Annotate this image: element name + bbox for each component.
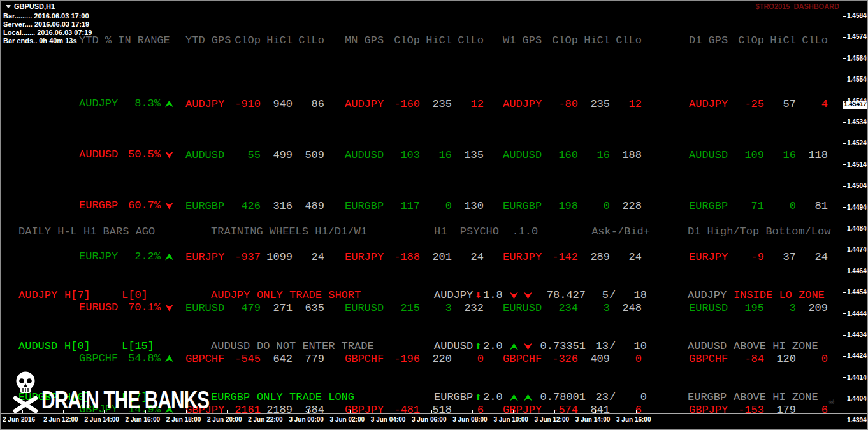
psycho-row: EURGBP 2.0 0.78001 23 / 0 <box>428 391 650 404</box>
hicl-value: 235 <box>420 98 452 111</box>
trade-advice: ONLY TRADE LONG <box>257 391 354 404</box>
pair-label: AUDJPY <box>503 98 542 111</box>
price-tick <box>843 186 846 187</box>
cllo-value: 118 <box>796 149 828 162</box>
price-tick <box>843 377 846 378</box>
zone-status: ABOVE HI ZONE <box>734 391 818 404</box>
zones-header: D1 High/Top Bottom/Low <box>681 226 830 238</box>
time-label: 2 Jun 18:00 <box>166 416 201 423</box>
bid-count: 0 <box>616 391 647 404</box>
clop-value: 117 <box>384 200 420 213</box>
training-wheels-header: TRAINING WHEELS H1/D1/W1 <box>206 226 374 238</box>
ask-count: 13 <box>586 340 609 353</box>
training-wheels-row: AUDUSD DO NOT ENTER TRADE <box>206 340 374 353</box>
psycho-header: H1 PSYCHO .1.0 Ask-/Bid+ <box>428 226 650 238</box>
hicl-value: 16 <box>420 149 452 162</box>
price-label: 1.44240 <box>847 352 868 359</box>
momentum-arrow-icon <box>524 343 532 350</box>
time-axis-line <box>1 413 868 414</box>
col-header-clop: ClOp <box>542 34 578 47</box>
time-tick <box>431 410 432 413</box>
gps-row: AUDJPY -80 235 12 <box>496 98 642 111</box>
clop-value: -188 <box>384 251 420 264</box>
high-bars-ago: H[7] <box>64 289 122 302</box>
psycho-value: 2.0 <box>483 391 504 404</box>
psycho-direction-arrow-icon <box>474 289 483 302</box>
time-label: 2 Jun 16:00 <box>126 416 160 423</box>
time-label: 2 Jun 20:00 <box>207 416 242 423</box>
trade-advice: DO NOT ENTER TRADE <box>257 340 374 353</box>
mt4-chart-window: GBPUSD,H1 Bar......... 2016.06.03 17:00 … <box>0 0 868 430</box>
col-header-hicl: HiCl <box>764 34 796 47</box>
time-label: 3 Jun 06:00 <box>412 416 446 423</box>
time-label: 3 Jun 16:00 <box>616 416 651 423</box>
hicl-value: 16 <box>578 149 610 162</box>
d1-zones-table: D1 High/Top Bottom/Low AUDJPY INSIDE LO … <box>681 200 830 430</box>
col-header-clop: ClOp <box>225 34 261 47</box>
gps-header: D1 GPS ClOp HiCl ClLo <box>683 34 828 47</box>
price-label: 1.44840 <box>847 225 868 232</box>
gps-title: YTD GPS <box>179 34 225 47</box>
price-label: 1.44540 <box>847 289 868 296</box>
gps-row: AUDJPY -160 235 12 <box>338 98 484 111</box>
pair-label: AUDJPY <box>79 97 119 110</box>
time-tick <box>63 410 64 413</box>
pair-label: AUDUSD <box>345 149 384 162</box>
price-label: 1.44040 <box>847 395 868 402</box>
zone-row: AUDUSD ABOVE HI ZONE <box>681 340 830 353</box>
clop-value: -80 <box>542 98 578 111</box>
price-label: 1.44440 <box>847 310 868 317</box>
price-label: 1.44140 <box>847 374 868 381</box>
time-label: 2 Jun 2016 <box>3 416 35 423</box>
psycho-row: AUDUSD 2.0 0.73351 13 / 10 <box>428 340 650 353</box>
clop-value: 215 <box>384 302 420 315</box>
time-label: 2 Jun 22:00 <box>248 416 282 423</box>
pair-price: 78.427 <box>532 289 586 302</box>
time-tick <box>513 410 514 413</box>
psycho-title: H1 PSYCHO .1.0 <box>434 226 538 238</box>
training-wheels-table: TRAINING WHEELS H1/D1/W1 AUDJPY ONLY TRA… <box>206 200 374 430</box>
daily-hl-header: DAILY H-L H1 BARS AGO <box>12 226 155 238</box>
price-tick <box>843 292 846 293</box>
price-tick <box>843 313 846 314</box>
cllo-value: 188 <box>610 149 642 162</box>
trend-arrow-icon <box>165 305 173 312</box>
price-tick <box>843 207 846 208</box>
cllo-value: 4 <box>796 98 828 111</box>
symbol-dropdown-icon[interactable] <box>6 5 11 8</box>
zone-status: ABOVE HI ZONE <box>734 340 818 353</box>
time-tick <box>22 410 23 413</box>
momentum-arrow-icon <box>524 394 532 401</box>
hicl-value: 57 <box>764 98 796 111</box>
clop-value: 109 <box>728 149 764 162</box>
pair-label: EURGBP <box>688 391 727 404</box>
ytd-range-percent: 50.5% <box>119 148 161 161</box>
ask-bid-header: Ask-/Bid+ <box>591 226 650 238</box>
price-label: 1.45740 <box>847 33 868 40</box>
price-tick <box>843 164 846 165</box>
cllo-value: 12 <box>610 98 642 111</box>
clop-value: -481 <box>384 404 420 417</box>
price-label: 1.45240 <box>847 140 868 147</box>
time-label: 3 Jun 10:00 <box>493 416 528 423</box>
ytd-range-row: AUDUSD 50.5% <box>73 148 173 161</box>
time-tick <box>636 410 637 413</box>
price-label: 1.44340 <box>847 331 868 338</box>
bid-count: 18 <box>616 289 647 302</box>
trend-arrow-icon <box>165 355 173 362</box>
psycho-row: AUDJPY 1.8 78.427 5 / 18 <box>428 289 650 302</box>
col-header-hicl: HiCl <box>578 34 610 47</box>
clop-value: 160 <box>542 149 578 162</box>
gps-row: AUDJPY -910 940 86 <box>179 98 324 111</box>
time-tick <box>227 410 228 413</box>
drain-the-banks-slogan: DRAIN THE BANKS <box>41 387 209 414</box>
low-bars-ago: L[15] <box>122 340 154 353</box>
hicl-value: 235 <box>578 98 610 111</box>
hicl-value: 940 <box>261 98 293 111</box>
pair-price: 0.78001 <box>532 391 586 404</box>
pair-label: AUDJPY <box>345 98 384 111</box>
psycho-value: 2.0 <box>483 340 504 353</box>
time-tick <box>391 410 391 413</box>
price-label: 1.45440 <box>847 97 868 104</box>
time-tick <box>350 410 351 413</box>
